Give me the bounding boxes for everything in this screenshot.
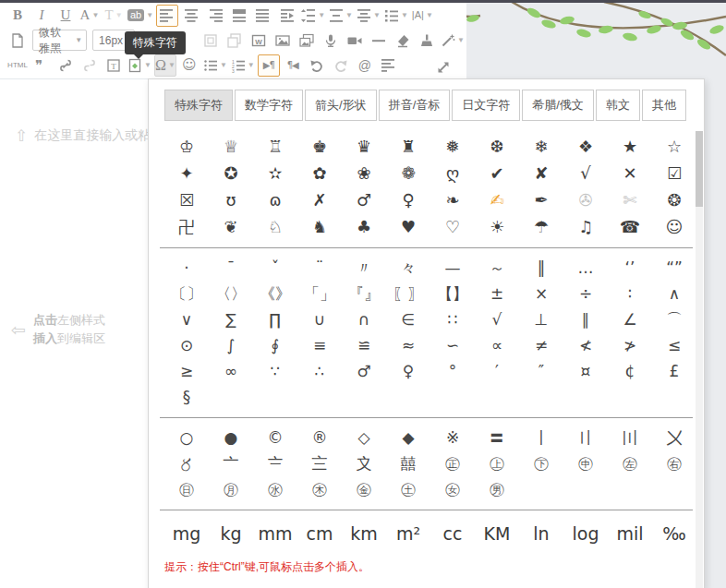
char-cell[interactable]: ⊥ (519, 312, 563, 328)
title-bar-button[interactable] (228, 5, 250, 27)
paragraph-spacing-button[interactable]: ▼ (328, 5, 354, 27)
char-cell[interactable]: ″ (519, 364, 563, 379)
char-cell[interactable]: ✘ (519, 165, 563, 182)
char-cell[interactable]: km (342, 525, 386, 543)
char-cell[interactable]: ㊌ (253, 482, 297, 498)
char-cell[interactable]: ♖ (253, 138, 297, 155)
char-cell[interactable]: 〈〉 (209, 286, 253, 302)
char-cell[interactable]: ♀ (386, 364, 430, 379)
font-family-select[interactable]: 微软雅黑▼ (32, 30, 87, 51)
underline-button[interactable]: U (54, 5, 77, 27)
char-cell[interactable]: ♘ (253, 219, 297, 235)
fullscreen-button[interactable] (432, 56, 454, 78)
char-cell[interactable]: ～ (475, 260, 519, 276)
char-cell[interactable]: ♚ (297, 138, 342, 155)
align-justify-button[interactable] (252, 5, 274, 27)
char-cell[interactable]: ✦ (164, 165, 209, 182)
char-cell[interactable]: ÷ (563, 286, 608, 302)
char-cell[interactable]: … (563, 260, 608, 276)
char-cell[interactable]: ☒ (164, 192, 209, 209)
tab-1[interactable]: 数学字符 (235, 90, 303, 121)
char-cell[interactable]: “” (652, 260, 696, 276)
char-cell[interactable]: ¨ (297, 260, 342, 276)
insert-link-button[interactable] (54, 54, 77, 77)
char-cell[interactable]: ❄ (519, 138, 563, 155)
char-cell[interactable]: 【】 (430, 286, 475, 302)
char-cell[interactable]: 〡 (519, 430, 563, 446)
char-cell[interactable]: ∨ (164, 312, 209, 328)
char-cell[interactable]: ∝ (475, 338, 519, 354)
char-cell[interactable]: ° (430, 364, 475, 379)
char-cell[interactable]: ˇ (253, 260, 297, 276)
char-cell[interactable]: ∑ (209, 312, 253, 328)
copy-frame-button[interactable] (224, 30, 246, 52)
char-cell[interactable]: ˉ (209, 260, 253, 276)
insert-video-button[interactable] (344, 30, 366, 52)
eraser-button[interactable] (392, 30, 414, 52)
char-cell[interactable]: ≥ (164, 364, 209, 379)
char-cell[interactable]: — (430, 260, 475, 276)
char-cell[interactable]: ♡ (430, 219, 475, 235)
mention-button[interactable]: @ (354, 54, 376, 77)
char-cell[interactable]: log (563, 525, 608, 543)
italic-button[interactable]: I (30, 5, 53, 27)
char-cell[interactable]: 「」 (297, 286, 342, 302)
char-cell[interactable]: ∈ (386, 312, 430, 328)
char-cell[interactable]: ¤ (563, 364, 608, 379)
char-cell[interactable]: mil (608, 525, 652, 543)
char-cell[interactable]: ✿ (297, 165, 342, 182)
char-cell[interactable]: kg (209, 525, 253, 543)
char-cell[interactable]: ‘’ (608, 260, 652, 276)
char-cell[interactable]: KM (475, 525, 519, 543)
align-left-button[interactable] (156, 5, 178, 27)
char-cell[interactable]: ♔ (164, 138, 209, 155)
tab-6[interactable]: 韩文 (596, 90, 640, 121)
tab-7[interactable]: 其他 (642, 90, 686, 121)
char-cell[interactable]: ∫ (209, 338, 253, 354)
one-key-beautify-button[interactable]: ▼ (440, 30, 466, 52)
char-cell[interactable]: ∏ (253, 312, 297, 328)
char-cell[interactable]: ㊤ (475, 456, 519, 472)
char-cell[interactable]: ≈ (386, 338, 430, 354)
dialog-scrollbar-thumb[interactable] (696, 131, 703, 207)
char-cell[interactable]: ♀ (386, 192, 430, 209)
char-cell[interactable]: m² (386, 525, 430, 543)
char-cell[interactable]: ′ (475, 364, 519, 379)
char-cell[interactable]: ㊎ (342, 482, 386, 498)
char-cell[interactable]: 〔〕 (164, 286, 209, 302)
char-cell[interactable]: ❂ (652, 192, 696, 209)
char-cell[interactable]: 〩 (342, 456, 386, 472)
char-cell[interactable]: ❅ (430, 138, 475, 155)
char-cell[interactable]: ㊐ (164, 482, 209, 498)
char-cell[interactable]: ≮ (563, 338, 608, 354)
char-cell[interactable]: ✄ (608, 192, 652, 209)
blockquote-button[interactable]: ❞ (30, 54, 53, 77)
char-cell[interactable]: ✍ (475, 192, 519, 209)
char-cell[interactable]: ✫ (253, 165, 297, 182)
insert-image-button[interactable] (272, 30, 294, 52)
new-document-button[interactable] (6, 30, 29, 52)
align-center-button[interactable] (180, 5, 202, 27)
insert-table-button[interactable]: T (103, 54, 125, 77)
char-cell[interactable]: mg (164, 525, 209, 543)
clear-format-button[interactable] (416, 30, 438, 52)
char-cell[interactable]: ∞ (209, 364, 253, 379)
char-cell[interactable]: ‖ (519, 260, 563, 276)
char-cell[interactable]: ɷ (253, 192, 297, 209)
html-source-button[interactable]: HTML (6, 54, 29, 77)
char-cell[interactable]: ♂ (342, 192, 386, 209)
dialog-scrollbar[interactable] (696, 131, 703, 588)
char-cell[interactable]: 卍 (164, 219, 209, 235)
remove-link-button[interactable] (79, 54, 101, 77)
char-cell[interactable]: ln (519, 525, 563, 543)
char-cell[interactable]: ❧ (430, 192, 475, 209)
char-cell[interactable]: 〃 (342, 260, 386, 276)
char-cell[interactable]: ± (475, 286, 519, 302)
char-cell[interactable]: mm (253, 525, 297, 543)
char-cell[interactable]: ≌ (342, 338, 386, 354)
char-cell[interactable]: ∩ (342, 312, 386, 328)
align-right-button[interactable] (204, 5, 226, 27)
emoticon-button[interactable]: ☺ (178, 54, 200, 77)
char-cell[interactable]: ∶ (608, 286, 652, 302)
char-cell[interactable]: √ (563, 165, 608, 182)
